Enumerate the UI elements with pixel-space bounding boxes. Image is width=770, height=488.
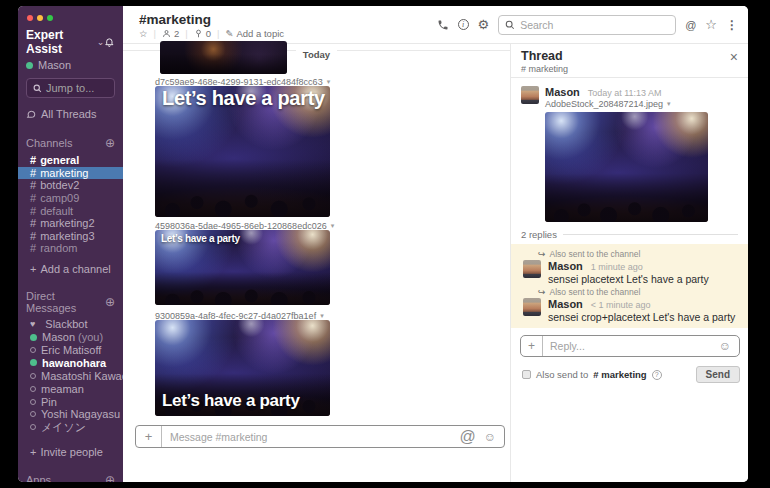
mentions-icon[interactable]: @ — [685, 19, 696, 31]
message-image[interactable]: Let’s have a party — [155, 86, 330, 217]
sidebar-item-marketing[interactable]: #marketing — [18, 167, 123, 180]
add-app-icon[interactable]: ⊕ — [105, 473, 115, 482]
dm-eric-matisoff[interactable]: Eric Matisoff — [18, 344, 123, 357]
invite-people[interactable]: + Invite people — [18, 446, 123, 459]
also-sent-note: ↪ Also sent to the channel — [523, 249, 740, 259]
dm-hawanohara[interactable]: hawanohara — [18, 356, 123, 369]
message-composer[interactable]: + Message #marketing @ ☺ — [135, 425, 505, 448]
mention-icon[interactable]: @ — [459, 428, 475, 446]
sidebar-item-marketing3[interactable]: #marketing3 — [18, 230, 123, 243]
send-button[interactable]: Send — [696, 366, 740, 383]
avatar[interactable] — [521, 86, 539, 104]
file-menu-icon[interactable]: ▾ — [331, 222, 335, 230]
team-name: Expert Assist — [26, 28, 94, 56]
member-count[interactable]: 2 — [162, 28, 179, 39]
slack-window: Expert Assist ⌄ Mason Jump to... All Thr… — [18, 6, 748, 482]
call-icon[interactable] — [437, 19, 449, 31]
sidebar-item-marketing2[interactable]: #marketing2 — [18, 217, 123, 230]
file-menu-icon[interactable]: ▾ — [327, 78, 331, 86]
person-icon — [162, 29, 171, 38]
image-overlay-text: Let’s have a party — [162, 87, 325, 110]
dm-pin[interactable]: Pin — [18, 395, 123, 408]
sidebar-item-general[interactable]: #general — [18, 154, 123, 167]
current-user[interactable]: Mason — [18, 56, 123, 71]
help-icon[interactable]: ? — [652, 370, 662, 380]
dm-slackbot[interactable]: ♥Slackbot — [18, 318, 123, 331]
also-send-channel[interactable]: # marketing — [593, 369, 646, 380]
team-menu[interactable]: Expert Assist ⌄ — [18, 28, 123, 56]
author-name[interactable]: Mason — [548, 260, 583, 272]
new-dm-icon[interactable]: ⊕ — [105, 295, 115, 309]
timestamp[interactable]: Today at 11:13 AM — [588, 88, 662, 98]
close-icon[interactable]: × — [730, 49, 738, 77]
page-title[interactable]: #marketing — [139, 12, 284, 27]
emoji-icon[interactable]: ☺ — [484, 430, 496, 444]
bell-icon[interactable] — [104, 36, 115, 48]
sidebar-item-default[interactable]: #default — [18, 204, 123, 217]
also-send-label: Also send to — [536, 369, 588, 380]
presence-online-icon — [30, 334, 37, 341]
add-channel[interactable]: + Add a channel — [18, 263, 123, 276]
search-icon — [33, 84, 42, 93]
thread-channel[interactable]: # marketing — [521, 64, 568, 74]
add-topic[interactable]: ✎ Add a topic — [226, 28, 285, 39]
author-name[interactable]: Mason — [545, 86, 580, 98]
dm-mason[interactable]: Mason(you) — [18, 331, 123, 344]
author-name[interactable]: Mason — [548, 298, 583, 310]
attach-button[interactable]: + — [521, 336, 543, 356]
presence-offline-icon — [30, 399, 36, 405]
window-controls — [18, 6, 123, 28]
dm-masatoshi-kawachi[interactable]: Masatoshi Kawachi — [18, 369, 123, 382]
emoji-icon[interactable]: ☺ — [719, 339, 731, 353]
search-input[interactable]: Search — [498, 15, 676, 35]
starred-items-icon[interactable]: ☆ — [705, 17, 717, 32]
thread-header: Thread # marketing × — [511, 44, 748, 78]
presence-offline-icon — [30, 411, 36, 417]
hash-icon: # — [30, 242, 36, 254]
close-window-button[interactable] — [27, 15, 33, 21]
search-placeholder: Search — [520, 19, 553, 31]
dm-meaman[interactable]: meaman — [18, 382, 123, 395]
avatar[interactable] — [523, 260, 541, 278]
message-image[interactable]: Let’s have a party — [155, 230, 330, 305]
more-options-icon[interactable]: ⋮ — [726, 18, 738, 32]
jump-to-search[interactable]: Jump to... — [26, 78, 115, 98]
timestamp[interactable]: < 1 minute ago — [591, 300, 651, 310]
channels-header-label: Channels — [26, 137, 72, 149]
star-channel-button[interactable]: ☆ — [139, 28, 148, 39]
reply-composer[interactable]: + Reply... ☺ — [520, 335, 740, 357]
info-icon[interactable]: i — [458, 19, 469, 30]
all-threads[interactable]: All Threads — [18, 106, 123, 122]
attach-button[interactable]: + — [136, 426, 162, 447]
channels-header[interactable]: Channels ⊕ — [18, 136, 123, 150]
pinned-count[interactable]: 0 — [194, 28, 211, 39]
message-image-partial[interactable] — [160, 41, 287, 74]
composer-placeholder: Message #marketing — [162, 431, 267, 443]
minimize-window-button[interactable] — [37, 15, 43, 21]
file-menu-icon[interactable]: ▾ — [320, 312, 324, 320]
dm-meison[interactable]: メイソン — [18, 421, 123, 434]
shared-arrow-icon: ↪ — [538, 287, 546, 297]
presence-offline-icon — [30, 347, 36, 353]
search-icon — [505, 20, 515, 30]
timestamp[interactable]: 1 minute ago — [591, 262, 643, 272]
create-channel-icon[interactable]: ⊕ — [105, 136, 115, 150]
file-menu-icon[interactable]: ▾ — [667, 100, 671, 108]
sidebar-item-random[interactable]: #random — [18, 242, 123, 255]
apps-header-label: Apps — [26, 474, 51, 482]
also-send-checkbox[interactable] — [522, 370, 531, 379]
dm-list: ♥Slackbot Mason(you) Eric Matisoff hawan… — [18, 318, 123, 434]
gear-icon[interactable]: ⚙ — [478, 18, 490, 31]
sidebar-item-camp09[interactable]: #camp09 — [18, 192, 123, 205]
dm-header[interactable]: Direct Messages ⊕ — [18, 290, 123, 314]
image-overlay-text: Let’s have a party — [161, 233, 240, 244]
sidebar-item-botdev2[interactable]: #botdev2 — [18, 179, 123, 192]
thread-image[interactable] — [545, 112, 708, 222]
channel-meta: ☆ | 2 | 0 | ✎ Add a topic — [139, 28, 284, 39]
avatar[interactable] — [523, 298, 541, 316]
presence-online-icon — [30, 359, 37, 366]
message-image[interactable]: Let’s have a party — [155, 320, 330, 416]
zoom-window-button[interactable] — [47, 15, 53, 21]
apps-header[interactable]: Apps ⊕ — [18, 473, 123, 482]
new-replies-block: ↪ Also sent to the channel Mason 1 minut… — [511, 244, 748, 328]
